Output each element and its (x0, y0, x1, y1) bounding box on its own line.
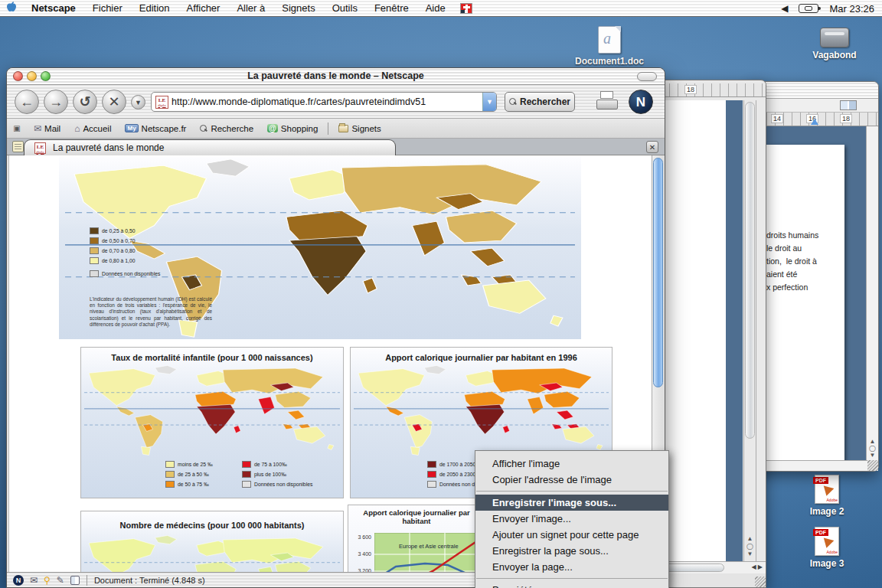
navigation-toolbar: ← → ↺ ✕ ▼ LEdiplo http://www.monde-diplo… (7, 85, 665, 119)
world-map-graphic (81, 534, 343, 572)
window-title-bar[interactable]: La pauvreté dans le monde – Netscape (7, 68, 665, 85)
mail-component-icon[interactable]: ✉ (30, 575, 38, 586)
composer-icon[interactable]: ✎ (57, 575, 64, 586)
y-axis-tick: 3 400 (351, 551, 371, 557)
tab-title: La pauvreté dans le monde (53, 142, 164, 153)
menu-signets[interactable]: Signets (273, 2, 323, 14)
desktop-icon-image2[interactable]: PDFAdobe Image 2 (790, 475, 864, 517)
document-margin-area (726, 100, 743, 561)
document-ruler: 7 18 (652, 83, 766, 97)
document-toolbar (750, 99, 878, 113)
mail-icon: ✉ (34, 123, 41, 134)
menu-bar-clock[interactable]: Mar 23:26 (829, 3, 874, 15)
idh-map-image[interactable]: de 0,25 à 0,50 de 0,50 à 0,70 de 0,70 à … (59, 157, 581, 339)
vertical-scrollbar[interactable]: ▲◯▼ (743, 100, 756, 561)
desktop-icon-document1[interactable]: Document1.doc (573, 26, 646, 67)
instant-messenger-icon[interactable]: ⚲ (44, 575, 51, 586)
history-dropdown-icon[interactable]: ▼ (131, 95, 145, 109)
pdf-file-icon: PDFAdobe (815, 475, 839, 504)
apple-menu-icon[interactable] (0, 1, 23, 15)
bookmark-shopping[interactable]: @ Shopping (260, 119, 325, 138)
print-button[interactable] (596, 91, 619, 111)
horizontal-scrollbar[interactable]: ◀ ▶ (652, 561, 766, 573)
volume-icon[interactable]: ◀ (781, 3, 788, 14)
scrollbar-thumb[interactable] (745, 102, 755, 439)
bookmark-accueil[interactable]: ⌂ Accueil (67, 119, 118, 138)
battery-icon[interactable] (799, 4, 818, 13)
tab-la-pauvrete[interactable]: LEdiplo La pauvreté dans le monde (24, 139, 396, 155)
home-icon: ⌂ (74, 123, 80, 134)
bookmark-recherche[interactable]: Recherche (193, 119, 260, 138)
window-title-bar[interactable] (750, 82, 878, 99)
site-favicon: LEdiplo (155, 96, 168, 109)
tab-list-icon[interactable] (12, 141, 24, 152)
desktop-icon-vagabond-disk[interactable]: Vagabond (798, 28, 871, 60)
bookmark-mail[interactable]: ✉ Mail (27, 119, 67, 138)
address-book-icon[interactable] (70, 576, 80, 585)
menu-afficher[interactable]: Afficher (178, 2, 229, 14)
netscape-logo-icon[interactable]: N (629, 90, 653, 114)
bookmark-netscape-fr[interactable]: My Netscape.fr (118, 119, 193, 138)
background-document-window-right[interactable]: 14 16 18 droits humainsle droit aution, … (749, 81, 879, 472)
pdf-file-icon: PDFAdobe (815, 527, 839, 556)
url-dropdown-icon[interactable]: ▼ (482, 93, 496, 111)
calorie-chart-image[interactable]: Apport calorique journalier par habitant… (348, 505, 485, 572)
series-label: Europe et Asie centrale (399, 543, 459, 550)
ruler-number: 18 (684, 85, 697, 94)
map-legend: moins de 25 ‰ de 25 à 50 ‰ de 50 à 75 ‰ (165, 461, 213, 491)
menu-edition[interactable]: Edition (131, 2, 178, 14)
idh-map-legend: de 0,25 à 0,50 de 0,50 à 0,70 de 0,70 à … (90, 227, 160, 280)
menu-item-proprietes[interactable]: Propriétés (475, 582, 668, 588)
map-title: Nombre de médecins (pour 100 000 habitan… (81, 521, 343, 530)
reload-button[interactable]: ↺ (73, 90, 97, 114)
tab-close-button[interactable]: ✕ (646, 141, 658, 153)
search-button[interactable]: Rechercher (505, 92, 575, 112)
navigator-icon[interactable]: N (13, 575, 24, 586)
menu-item-enregistrer-image[interactable]: Enregistrer l'image sous... (475, 495, 668, 511)
scrollbar-thumb[interactable] (653, 158, 663, 387)
menu-aller-a[interactable]: Aller à (228, 2, 273, 14)
menu-fichier[interactable]: Fichier (84, 2, 131, 14)
menu-netscape[interactable]: Netscape (23, 2, 84, 14)
bookmark-signets[interactable]: Signets (332, 119, 387, 138)
doctors-map-image[interactable]: Nombre de médecins (pour 100 000 habitan… (80, 511, 344, 572)
toolbar-collapse-widget[interactable] (637, 72, 657, 81)
url-text[interactable]: http://www.monde-diplomatique.fr/cartes/… (172, 96, 482, 107)
address-bar[interactable]: LEdiplo http://www.monde-diplomatique.fr… (151, 92, 497, 112)
menu-item-envoyer-image[interactable]: Envoyer l'image... (475, 511, 668, 527)
menu-fenetre[interactable]: Fenêtre (366, 2, 417, 14)
forward-button[interactable]: → (44, 90, 68, 114)
idh-map-note: L'indicateur du développement humain (ID… (90, 296, 212, 328)
document-text: droits humainsle droit aution, le droit … (766, 229, 818, 294)
menu-item-envoyer-page[interactable]: Envoyer la page... (475, 559, 668, 575)
menu-item-copier-adresse[interactable]: Copier l'adresse de l'image (475, 472, 668, 488)
scrollbar-arrow-icons[interactable]: ▲◯▼ (744, 535, 756, 558)
stop-button[interactable]: ✕ (102, 90, 126, 114)
desktop-icon-label: Image 3 (790, 558, 864, 569)
infant-mortality-map-image[interactable]: Taux de mortalité infantile (pour 1 000 … (80, 347, 344, 498)
magnifier-icon (200, 125, 207, 132)
menu-item-ajouter-signet[interactable]: Ajouter un signet pour cette page (475, 527, 668, 543)
menu-aide[interactable]: Aide (417, 2, 454, 14)
ruler-indent-marker[interactable] (811, 119, 818, 125)
status-separator (87, 575, 87, 586)
map-title: Apport calorique journalier par habitant… (351, 353, 612, 362)
scrollbar-arrow-icons[interactable]: ◀ ▶ (751, 564, 763, 570)
vertical-scrollbar[interactable]: ▲◯▼ (866, 126, 878, 460)
desktop-icon-image3[interactable]: PDFAdobe Image 3 (790, 527, 864, 569)
document-page[interactable]: droits humainsle droit aution, le droit … (765, 145, 844, 460)
back-button[interactable]: ← (15, 90, 39, 114)
page-layout-icon[interactable] (840, 100, 857, 110)
menu-item-afficher-image[interactable]: Afficher l'image (475, 456, 668, 472)
resize-grip[interactable] (755, 577, 766, 587)
world-map-graphic (81, 364, 343, 456)
menu-item-enregistrer-page[interactable]: Enregistrer la page sous... (475, 543, 668, 559)
toolbar-grip-icon[interactable]: ▣ (7, 124, 27, 132)
scrollbar-arrow-icons[interactable]: ▲◯▼ (867, 438, 878, 459)
horizontal-scrollbar[interactable] (750, 460, 878, 471)
document-area: droits humainsle droit aution, le droit … (750, 126, 866, 460)
image-context-menu: Afficher l'image Copier l'adresse de l'i… (475, 450, 669, 588)
resize-grip[interactable] (867, 460, 878, 471)
input-language-flag-icon[interactable] (460, 3, 472, 14)
menu-outils[interactable]: Outils (324, 2, 366, 14)
